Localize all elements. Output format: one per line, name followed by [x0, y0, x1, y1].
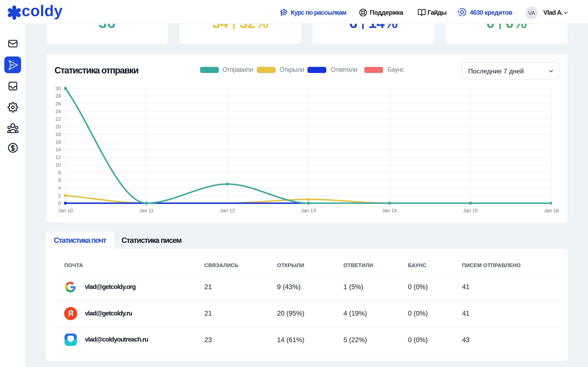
- svg-text:14: 14: [55, 147, 61, 152]
- svg-text:10: 10: [55, 162, 61, 167]
- svg-text:30: 30: [55, 86, 61, 91]
- svg-text:26: 26: [55, 101, 61, 106]
- svg-text:0: 0: [58, 200, 61, 206]
- svg-text:8: 8: [58, 170, 61, 175]
- svg-text:Jan 16: Jan 16: [544, 208, 559, 213]
- svg-text:16: 16: [55, 139, 61, 145]
- svg-text:4: 4: [58, 185, 61, 191]
- svg-text:24: 24: [55, 109, 61, 114]
- svg-text:Jan 14: Jan 14: [382, 208, 397, 213]
- svg-text:Jan 10: Jan 10: [58, 208, 73, 213]
- svg-text:Jan 11: Jan 11: [139, 208, 154, 213]
- svg-text:18: 18: [55, 132, 61, 137]
- svg-text:Jan 12: Jan 12: [220, 208, 235, 213]
- svg-text:6: 6: [58, 177, 61, 183]
- svg-text:Jan 15: Jan 15: [463, 208, 478, 213]
- svg-text:12: 12: [55, 155, 61, 160]
- svg-text:2: 2: [58, 193, 61, 198]
- svg-text:Jan 13: Jan 13: [301, 208, 316, 213]
- svg-text:28: 28: [55, 93, 61, 99]
- svg-text:20: 20: [55, 124, 61, 129]
- svg-text:22: 22: [55, 116, 61, 122]
